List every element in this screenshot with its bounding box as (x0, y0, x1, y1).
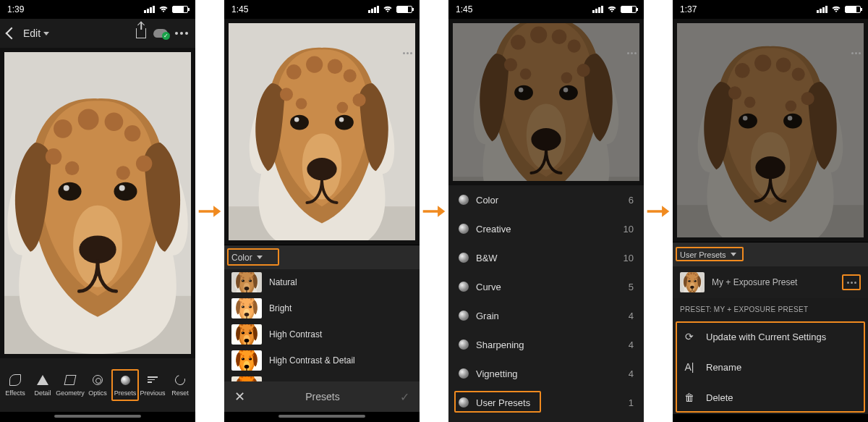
share-icon[interactable] (136, 28, 146, 38)
user-preset-row[interactable]: My + Exposure Preset (673, 266, 868, 298)
preset-thumb (231, 376, 262, 381)
more-icon[interactable] (403, 52, 412, 54)
category-label: Color (476, 195, 498, 206)
more-icon[interactable] (851, 52, 861, 54)
tool-previous[interactable]: Previous (139, 371, 166, 400)
tool-label: Geometry (56, 389, 85, 397)
category-icon (459, 195, 469, 205)
tool-label: Detail (34, 389, 51, 397)
preset-item-natural[interactable]: Natural (224, 269, 420, 295)
photo-preview-dim (673, 19, 868, 242)
edit-menu[interactable]: Edit (23, 28, 49, 39)
tool-presets[interactable]: Presets (111, 369, 139, 401)
edit-label: Edit (23, 28, 41, 39)
action-update[interactable]: ⟳ Update with Current Settings (673, 321, 868, 352)
wifi-icon (383, 6, 393, 13)
category-icon (459, 224, 469, 234)
category-label: B&W (476, 253, 498, 263)
preset-thumb (680, 272, 705, 292)
photo-canvas[interactable] (0, 48, 195, 358)
screen-4-preset-actions: 1:37 User Presets My + Exposure Preset P… (673, 0, 868, 422)
preset-category-dropdown[interactable]: Color (224, 245, 420, 269)
preset-thumb (231, 298, 262, 318)
category-label: Curve (476, 282, 501, 292)
back-icon[interactable] (6, 28, 18, 40)
battery-icon (396, 6, 412, 13)
signal-icon (817, 6, 827, 13)
category-count: 5 (629, 282, 634, 292)
preset-action-list: ⟳ Update with Current Settings A| Rename… (673, 320, 868, 414)
optics-icon (93, 375, 103, 385)
preset-footer: ✕ Presets ✓ (224, 381, 420, 412)
category-sharpening[interactable]: Sharpening 4 (448, 330, 644, 359)
tool-optics[interactable]: Optics (84, 371, 111, 400)
photo-preview[interactable] (224, 19, 420, 245)
tool-detail[interactable]: Detail (29, 371, 56, 400)
tool-geometry[interactable]: Geometry (56, 371, 84, 400)
rename-icon: A| (683, 361, 696, 373)
tool-label: Previous (140, 389, 165, 397)
caret-down-icon (257, 256, 263, 259)
photo-content (229, 23, 415, 240)
more-icon[interactable] (175, 32, 188, 35)
category-icon (459, 253, 469, 263)
status-bar: 1:45 (224, 0, 420, 19)
status-bar: 1:45 (448, 0, 644, 19)
preset-label: My + Exposure Preset (712, 277, 797, 287)
category-grain[interactable]: Grain 4 (448, 301, 644, 330)
photo-content (677, 23, 864, 237)
preset-category-dropdown[interactable]: User Presets (673, 242, 868, 266)
status-bar: 1:37 (673, 0, 868, 19)
category-color[interactable]: Color 6 (448, 185, 644, 214)
category-user-presets[interactable]: User Presets 1 (448, 388, 644, 417)
category-count: 4 (629, 311, 634, 321)
tool-reset[interactable]: Reset (166, 371, 194, 400)
battery-icon (172, 6, 188, 13)
tool-effects[interactable]: Effects (1, 371, 29, 400)
category-curve[interactable]: Curve 5 (448, 272, 644, 301)
wifi-icon (607, 6, 617, 13)
action-delete[interactable]: 🗑 Delete (673, 382, 868, 413)
category-count: 1 (629, 397, 634, 408)
battery-icon (845, 6, 861, 13)
preset-footer-title: Presets (305, 391, 339, 402)
previous-icon (148, 376, 158, 384)
action-label: Delete (706, 392, 733, 403)
category-icon (459, 397, 469, 408)
flow-arrow-2 (420, 201, 448, 221)
category-label: Grain (476, 311, 499, 321)
preset-thumb (231, 324, 262, 345)
preset-item-bright[interactable]: Bright (224, 295, 420, 321)
category-bw[interactable]: B&W 10 (448, 243, 644, 272)
tool-label: Effects (5, 389, 25, 397)
preset-list[interactable]: Natural Bright High Contrast High Contra… (224, 269, 420, 381)
category-vignetting[interactable]: Vignetting 4 (448, 359, 644, 388)
category-icon (459, 282, 469, 292)
close-icon[interactable]: ✕ (234, 389, 245, 405)
status-time: 1:39 (7, 4, 24, 14)
action-label: Rename (706, 362, 741, 373)
reset-icon (173, 373, 187, 387)
tool-label: Presets (114, 389, 137, 397)
status-time: 1:45 (456, 4, 472, 14)
preset-item-vivid[interactable]: Vivid (224, 374, 420, 381)
flow-arrow-3 (644, 201, 673, 221)
status-time: 1:37 (680, 4, 697, 14)
category-icon (459, 368, 469, 379)
signal-icon (144, 6, 155, 13)
more-icon[interactable] (627, 52, 637, 54)
category-creative[interactable]: Creative 10 (448, 214, 644, 243)
preset-more-icon[interactable] (847, 282, 856, 284)
preset-item-high-contrast[interactable]: High Contrast (224, 321, 420, 347)
confirm-icon[interactable]: ✓ (400, 390, 409, 404)
home-indicator[interactable] (54, 415, 141, 418)
home-indicator[interactable] (278, 415, 365, 418)
preset-item-high-contrast-detail[interactable]: High Contrast & Detail (224, 347, 420, 374)
category-list[interactable]: Color 6 Creative 10 B&W 10 Curve 5 Grain… (448, 185, 644, 422)
geometry-icon (64, 375, 77, 385)
action-rename[interactable]: A| Rename (673, 352, 868, 382)
cloud-sync-icon[interactable] (153, 29, 168, 38)
caret-down-icon (43, 32, 49, 35)
preset-thumb (231, 272, 262, 292)
category-count: 4 (629, 339, 634, 350)
